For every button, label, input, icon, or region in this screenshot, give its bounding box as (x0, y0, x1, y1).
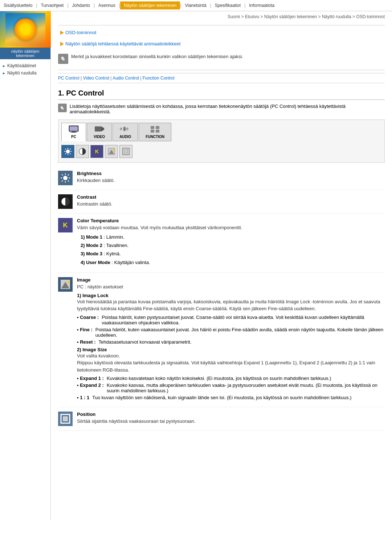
osd-link[interactable]: OSD-toiminnot (65, 30, 96, 35)
info-box: ✎ Merkit ja kuvakkeet korostetaan sinise… (58, 51, 385, 67)
info-text: Merkit ja kuvakkeet korostetaan sinisell… (71, 54, 243, 59)
info-divider (58, 70, 385, 70)
image-size-section: 2) Image Size Voit valita kuvakoon. Riip… (77, 347, 385, 374)
video-control-link[interactable]: Video Control (83, 76, 109, 81)
nav-item-nayton-saatoje[interactable]: Näytön säätöjen tekeminen (120, 1, 180, 9)
brightness-desc: Kirkkauden säätö. (77, 177, 385, 184)
section-link-animaatio[interactable]: Näytön säätöjä tehtäessä käytettävät ani… (58, 40, 183, 48)
image-lock-title: 1) Image Lock (77, 293, 385, 298)
contrast-text: Contrast Kontrastin säätö. (77, 194, 385, 208)
sidebar-nav: ► Käyttösäätimet ► Näyttö ruudulla (0, 59, 50, 80)
svg-rect-44 (63, 417, 68, 421)
ratio-text: Tuo kuvan näyttöön sen näköisenä, kuin s… (92, 395, 385, 400)
tab-image-area: PC VIDEO (58, 119, 385, 163)
svg-point-15 (66, 150, 70, 153)
brightness-icon (58, 171, 73, 185)
function-control-link[interactable]: Function Control (143, 76, 175, 81)
audio-control-link[interactable]: Audio Control (113, 76, 139, 81)
top-navigation: Sisällysluettelo | Turvaohjeet | Johdant… (0, 0, 392, 11)
sidebar-item-label: Käyttösäätimet (7, 63, 36, 68)
svg-rect-8 (95, 126, 101, 131)
expand1-text: Kuvakoko kasvatetaan koko näytön kokoise… (107, 376, 385, 381)
mode-user: 4) User Mode : Käyttäjän valinta. (81, 258, 385, 267)
coarse-label: • Coarse : (77, 315, 99, 325)
image-size-desc: Voit valita kuvakoon. (77, 352, 385, 360)
nav-item-turvaohjeet[interactable]: Turvaohjeet (37, 1, 68, 9)
section-links-2: Näytön säätöjä tehtäessä käytettävät ani… (58, 40, 385, 48)
fine-label: • Fine : (77, 327, 93, 338)
image-lock-section: 1) Image Lock Voit hienosäätää ja parant… (77, 293, 385, 312)
reset-label: • Reset : (77, 339, 96, 345)
svg-line-21 (70, 154, 71, 154)
svg-rect-29 (124, 150, 128, 153)
brightness-btn[interactable] (61, 145, 74, 158)
sidebar-item-kayttosaatimet[interactable]: ► Käyttösäätimet (2, 62, 48, 69)
svg-line-22 (70, 149, 71, 150)
pc-tab-icon (68, 125, 79, 134)
color-temp-item: K Color Temperature Värin sävyä voidaan … (58, 214, 385, 273)
nav-item-johdanto[interactable]: Johdanto (69, 1, 94, 9)
tab-audio-label: AUDIO (119, 135, 131, 139)
tab-buttons: PC VIDEO (61, 123, 381, 141)
color-temp-btn[interactable]: K (90, 145, 103, 158)
image-title: Image (77, 277, 385, 283)
contrast-desc: Kontrastin säätö. (77, 200, 385, 208)
mode-1: 1) Mode 1 : Lämmin. (81, 233, 385, 241)
pc-control-link[interactable]: PC Control (58, 76, 79, 81)
svg-rect-10 (123, 127, 126, 131)
position-btn[interactable] (119, 145, 132, 158)
nav-item-spesifikaatiot[interactable]: Spesifikaatiot (211, 1, 244, 9)
nav-item-informaatiota[interactable]: Informaatiota (245, 1, 278, 9)
breadcrumb: Suomi > Etusivu > Näytön säätöjen tekemi… (58, 11, 385, 22)
tab-video-label: VIDEO (94, 135, 105, 139)
svg-rect-7 (70, 132, 77, 133)
svg-rect-11 (151, 126, 154, 129)
sidebar-label: näytön säätöjen tekeminen (0, 48, 50, 59)
coarse-bullet: • Coarse : Poistaa häiriöt, kuten pystys… (77, 315, 385, 325)
position-desc: Siirtää sijaintia näytössä vaakasuoraan … (77, 418, 385, 425)
main-wrapper: näytön säätöjen tekeminen ► Käyttösäätim… (0, 11, 392, 520)
sidebar-item-naytto-ruudulla[interactable]: ► Näyttö ruudulla (2, 69, 48, 77)
svg-line-35 (62, 174, 63, 175)
arrow-right-icon-2 (60, 42, 64, 46)
tab-video[interactable]: VIDEO (87, 123, 112, 141)
svg-text:✎: ✎ (60, 105, 64, 111)
brightness-text: Brightness Kirkkauden säätö. (77, 171, 385, 184)
function-tab-icon (150, 125, 160, 134)
animaatio-link[interactable]: Näytön säätöjä tehtäessä käytettävät ani… (65, 41, 180, 46)
fine-text: Poistaa häiriöt, kuten vaakasuuntaiset j… (95, 327, 385, 338)
svg-point-42 (67, 281, 69, 283)
contrast-item: Contrast Kontrastin säätö. (58, 190, 385, 214)
tab-audio[interactable]: AUDIO (113, 123, 138, 141)
svg-rect-6 (72, 131, 75, 132)
tab-function[interactable]: FUNCTION (139, 123, 171, 141)
color-temp-desc: Värin sävyä voidaan muuttaa. Voit myös m… (77, 224, 385, 231)
section-link-osd[interactable]: OSD-toiminnot (58, 28, 98, 37)
icon-buttons-row: K (61, 143, 381, 159)
section-description: ✎ Lisätietoja näyttöasetusten säätämises… (58, 104, 385, 114)
contrast-btn[interactable] (76, 145, 89, 158)
reset-bullet: • Reset : Tehdasasetusarvot korvaavat vä… (77, 339, 385, 345)
desc-icon: ✎ (58, 104, 67, 112)
svg-rect-13 (151, 130, 154, 133)
svg-rect-14 (156, 130, 159, 133)
tab-function-label: FUNCTION (146, 135, 164, 139)
image-btn[interactable] (105, 145, 118, 158)
image-desc: PC : näytön asetukset (77, 283, 385, 291)
svg-line-38 (62, 181, 63, 182)
ratio-label: • 1 : 1 (77, 395, 89, 400)
mode-2: 2) Mode 2 : Tavallinen. (81, 241, 385, 250)
svg-point-27 (113, 149, 114, 151)
tab-pc-label: PC (71, 135, 76, 139)
svg-line-20 (65, 149, 66, 150)
arrow-icon: ► (2, 71, 6, 75)
ratio-bullet: • 1 : 1 Tuo kuvan näyttöön sen näköisenä… (77, 395, 385, 400)
image-text: Image PC : näytön asetukset 1) Image Loc… (77, 277, 385, 402)
image-size-title: 2) Image Size (77, 347, 385, 352)
expand2-label: • Expand 2 : (77, 382, 104, 393)
nav-item-asennus[interactable]: Asennus (95, 1, 119, 9)
nav-item-vianetsinta[interactable]: Vianetsintä (181, 1, 210, 9)
svg-rect-12 (156, 126, 159, 129)
nav-item-sisallysluettelo[interactable]: Sisällysluettelo (0, 1, 36, 9)
tab-pc[interactable]: PC (61, 123, 86, 141)
